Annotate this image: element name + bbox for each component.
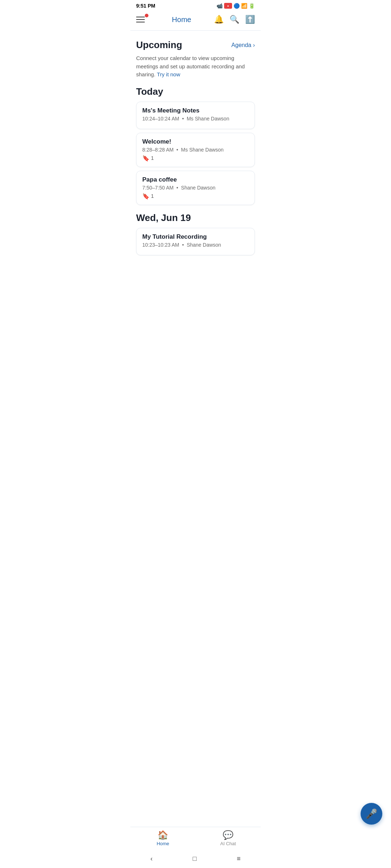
- status-bar: 9:51 PM 📹 ● 🔵 📶 🔋: [130, 0, 261, 10]
- nav-title: Home: [172, 16, 191, 24]
- meeting-meta-1: 10:24–10:24 AM • Ms Shane Dawson: [142, 116, 249, 122]
- recording-indicator: ●: [224, 3, 232, 9]
- upcoming-title: Upcoming: [136, 39, 182, 51]
- meeting-title-3: Papa coffee: [142, 176, 249, 183]
- nav-divider: [130, 30, 261, 31]
- menu-notification-dot: [145, 14, 148, 17]
- video-icon: 📹: [216, 3, 223, 9]
- meeting-title-wed-1: My Tutorial Recording: [142, 233, 249, 241]
- status-time: 9:51 PM: [136, 3, 155, 9]
- today-title: Today: [136, 86, 255, 97]
- top-nav: Home 🔔 🔍 ⬆️: [130, 10, 261, 30]
- menu-line-3: [136, 22, 145, 22]
- meeting-badge-3: 🔖 1: [142, 193, 249, 200]
- status-icons: 📹 ● 🔵 📶 🔋: [216, 3, 255, 9]
- battery-icon: 🔋: [249, 3, 255, 9]
- upcoming-description: Connect your calendar to view upcoming m…: [136, 54, 255, 79]
- nav-icons: 🔔 🔍 ⬆️: [214, 15, 255, 24]
- meeting-meta-3: 7:50–7:50 AM • Shane Dawson: [142, 185, 249, 191]
- meeting-title-2: Welcome!: [142, 138, 249, 145]
- search-icon[interactable]: 🔍: [230, 15, 239, 24]
- meeting-card-1[interactable]: Ms's Meeting Notes 10:24–10:24 AM • Ms S…: [136, 102, 255, 129]
- bookmark-icon-2: 🔖: [142, 155, 150, 162]
- notification-icon[interactable]: 🔔: [214, 15, 224, 24]
- meeting-meta-2: 8:28–8:28 AM • Ms Shane Dawson: [142, 147, 249, 153]
- meeting-title-1: Ms's Meeting Notes: [142, 107, 249, 114]
- bluetooth-icon: 🔵: [234, 3, 240, 9]
- try-it-now-link[interactable]: Try it now: [157, 71, 180, 77]
- meeting-meta-wed-1: 10:23–10:23 AM • Shane Dawson: [142, 242, 249, 248]
- upcoming-section-header: Upcoming Agenda ›: [136, 39, 255, 51]
- menu-line-1: [136, 17, 145, 17]
- meeting-badge-2: 🔖 1: [142, 155, 249, 162]
- menu-button[interactable]: [136, 13, 149, 26]
- upload-icon[interactable]: ⬆️: [245, 15, 255, 24]
- menu-line-2: [136, 19, 145, 20]
- meeting-card-2[interactable]: Welcome! 8:28–8:28 AM • Ms Shane Dawson …: [136, 133, 255, 167]
- agenda-link[interactable]: Agenda ›: [231, 42, 255, 48]
- bookmark-icon-3: 🔖: [142, 193, 150, 200]
- wifi-icon: 📶: [241, 3, 247, 9]
- meeting-card-wed-1[interactable]: My Tutorial Recording 10:23–10:23 AM • S…: [136, 228, 255, 255]
- main-content: Upcoming Agenda › Connect your calendar …: [130, 34, 261, 288]
- meeting-card-3[interactable]: Papa coffee 7:50–7:50 AM • Shane Dawson …: [136, 171, 255, 205]
- wed-title: Wed, Jun 19: [136, 212, 255, 224]
